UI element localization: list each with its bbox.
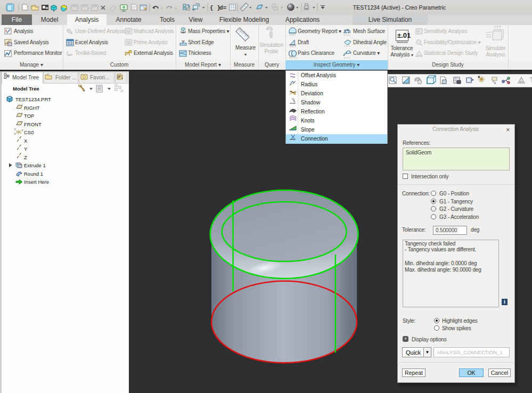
svg-text:x: x <box>22 128 23 132</box>
svg-text:±.01: ±.01 <box>397 31 411 39</box>
svg-text:x: x <box>5 29 7 32</box>
svg-text:z: z <box>14 132 16 135</box>
svg-text:y: y <box>14 127 16 130</box>
svg-text:d=: d= <box>219 4 226 11</box>
svg-text:M: M <box>127 40 130 45</box>
svg-text:M: M <box>127 29 130 34</box>
svg-text:{ }: { } <box>210 5 220 11</box>
